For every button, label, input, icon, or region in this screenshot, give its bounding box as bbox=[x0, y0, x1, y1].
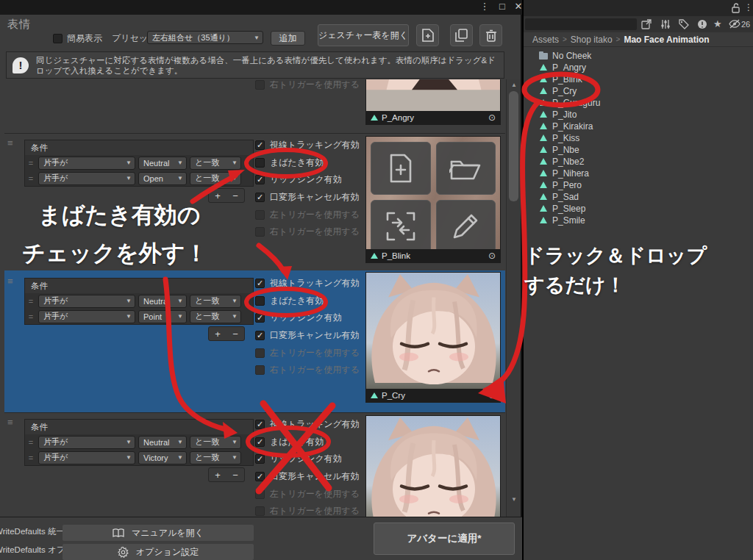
condition-drag-handle[interactable]: = bbox=[26, 438, 35, 447]
edit-animation-button[interactable] bbox=[436, 200, 496, 249]
right-trigger-checkbox[interactable] bbox=[255, 506, 265, 516]
tag-icon[interactable] bbox=[679, 19, 689, 29]
blink-checkbox[interactable] bbox=[255, 158, 265, 168]
lipsync-row[interactable]: ✓リップシンク有効 bbox=[255, 171, 380, 189]
new-animation-button[interactable] bbox=[371, 142, 431, 195]
apply-to-avatar-button[interactable]: アバターに適用* bbox=[374, 523, 515, 555]
lipsync-checkbox[interactable]: ✓ bbox=[255, 313, 265, 323]
project-item[interactable]: P_Jito bbox=[524, 109, 753, 121]
eye-tracking-checkbox[interactable]: ✓ bbox=[255, 279, 265, 288]
eye-tracking-row[interactable]: ✓視線トラッキング有効 bbox=[255, 275, 380, 292]
project-item[interactable]: P_Cry bbox=[524, 85, 753, 97]
left-trigger-checkbox[interactable] bbox=[255, 210, 265, 220]
right-trigger-row[interactable]: 右トリガーを使用する bbox=[255, 79, 360, 94]
right-trigger-checkbox[interactable] bbox=[255, 365, 265, 375]
duplicate-button[interactable] bbox=[450, 24, 473, 46]
project-item[interactable]: P_Kirakira bbox=[524, 121, 753, 132]
lipsync-row[interactable]: ✓リップシンク有効 bbox=[255, 450, 380, 468]
project-item[interactable]: P_Blink bbox=[524, 73, 753, 85]
eye-tracking-checkbox[interactable]: ✓ bbox=[255, 420, 265, 429]
gesture-dropdown[interactable]: Neutral▼ bbox=[138, 295, 187, 308]
right-trigger-checkbox[interactable] bbox=[255, 227, 265, 237]
object-picker-icon[interactable]: ⊙ bbox=[488, 390, 496, 401]
mouth-cancel-row[interactable]: ✓口変形キャンセル有効 bbox=[255, 468, 380, 486]
swap-animation-button[interactable] bbox=[371, 200, 431, 249]
gesture-dropdown[interactable]: Victory▼ bbox=[138, 451, 187, 464]
project-item[interactable]: P_Nihera bbox=[524, 168, 753, 179]
gesture-dropdown[interactable]: Open▼ bbox=[138, 172, 187, 185]
preview-p-cry[interactable]: P_Cry ⊙ bbox=[365, 272, 501, 403]
preset-dropdown[interactable]: 左右組合せ（35通り） ▼ bbox=[147, 31, 263, 44]
scroll-down-icon[interactable]: ▼ bbox=[507, 496, 521, 503]
option-settings-button[interactable]: オプション設定 bbox=[63, 544, 254, 560]
match-dropdown[interactable]: と一致▼ bbox=[190, 451, 241, 464]
object-picker-icon[interactable]: ⊙ bbox=[488, 112, 496, 123]
hand-dropdown[interactable]: 片手が▼ bbox=[38, 157, 135, 170]
scroll-up-icon[interactable]: ▲ bbox=[507, 82, 521, 88]
left-trigger-row[interactable]: 左トリガーを使用する bbox=[255, 485, 380, 503]
mouth-cancel-checkbox[interactable]: ✓ bbox=[255, 193, 265, 202]
hand-dropdown[interactable]: 片手が▼ bbox=[38, 436, 135, 449]
match-dropdown[interactable]: と一致▼ bbox=[190, 436, 241, 449]
condition-drag-handle[interactable]: = bbox=[26, 453, 35, 462]
right-trigger-row[interactable]: 右トリガーを使用する bbox=[255, 223, 380, 241]
left-trigger-row[interactable]: 左トリガーを使用する bbox=[255, 344, 380, 362]
project-item[interactable]: P_Pero bbox=[524, 179, 753, 191]
delete-button[interactable] bbox=[479, 24, 502, 46]
eye-tracking-row[interactable]: ✓視線トラッキング有効 bbox=[255, 137, 380, 154]
remove-condition-button[interactable]: − bbox=[232, 190, 238, 201]
breadcrumb-current-folder[interactable]: Mao Face Animation bbox=[624, 35, 709, 45]
project-item[interactable]: P_Smile bbox=[524, 215, 753, 226]
mouth-cancel-row[interactable]: ✓口変形キャンセル有効 bbox=[255, 189, 380, 207]
condition-drag-handle[interactable]: = bbox=[26, 159, 35, 168]
gesture-dropdown[interactable]: Neutral▼ bbox=[138, 436, 187, 449]
blink-row[interactable]: まばたき有効 bbox=[255, 154, 380, 172]
lipsync-row[interactable]: ✓リップシンク有効 bbox=[255, 309, 380, 327]
open-window-icon[interactable] bbox=[641, 19, 652, 29]
right-trigger-row[interactable]: 右トリガーを使用する bbox=[255, 362, 380, 379]
preview-victory[interactable] bbox=[365, 415, 501, 517]
open-manual-button[interactable]: マニュアルを開く bbox=[63, 525, 254, 541]
mouth-cancel-row[interactable]: ✓口変形キャンセル有効 bbox=[255, 327, 380, 345]
remove-condition-button[interactable]: − bbox=[232, 470, 238, 481]
project-item[interactable]: P_Kiss bbox=[524, 132, 753, 144]
row-drag-handle[interactable]: ≡ bbox=[7, 140, 13, 147]
favorite-star-icon[interactable]: ★ bbox=[713, 18, 722, 29]
left-trigger-row[interactable]: 左トリガーを使用する bbox=[255, 206, 380, 223]
left-trigger-checkbox[interactable] bbox=[255, 489, 265, 499]
simple-view-toggle[interactable]: 簡易表示 bbox=[53, 32, 102, 45]
vertical-scrollbar[interactable]: ▲ ▼ bbox=[506, 79, 521, 517]
match-dropdown[interactable]: と一致▼ bbox=[190, 157, 241, 170]
object-picker-icon[interactable]: ⊙ bbox=[488, 251, 496, 261]
scrollbar-thumb[interactable] bbox=[509, 91, 518, 201]
eye-tracking-row[interactable]: ✓視線トラッキング有効 bbox=[255, 416, 380, 434]
mouth-cancel-checkbox[interactable]: ✓ bbox=[255, 472, 265, 481]
add-condition-button[interactable]: + bbox=[215, 329, 221, 340]
breadcrumb-assets[interactable]: Assets bbox=[532, 35, 559, 45]
row-drag-handle[interactable]: ≡ bbox=[7, 278, 13, 285]
match-dropdown[interactable]: と一致▼ bbox=[190, 172, 241, 185]
preview-p-angry[interactable]: P_Angry ⊙ bbox=[365, 79, 501, 125]
project-item[interactable]: P_Angry bbox=[524, 62, 753, 73]
breadcrumb-shop-itako[interactable]: Shop itako bbox=[571, 35, 613, 45]
hand-dropdown[interactable]: 片手が▼ bbox=[38, 310, 135, 323]
remove-condition-button[interactable]: − bbox=[232, 329, 238, 340]
lipsync-checkbox[interactable]: ✓ bbox=[255, 175, 265, 184]
right-trigger-row[interactable]: 右トリガーを使用する bbox=[255, 503, 380, 517]
project-item[interactable]: P_Sad bbox=[524, 191, 753, 203]
hand-dropdown[interactable]: 片手が▼ bbox=[38, 295, 135, 308]
hidden-eye-icon[interactable] bbox=[729, 19, 740, 29]
project-item[interactable]: P_Sleep bbox=[524, 203, 753, 215]
blink-checkbox[interactable]: ✓ bbox=[255, 437, 265, 447]
blink-row[interactable]: まばたき有効 bbox=[255, 292, 380, 310]
left-trigger-checkbox[interactable] bbox=[255, 348, 265, 358]
lipsync-checkbox[interactable]: ✓ bbox=[255, 454, 265, 464]
hand-dropdown[interactable]: 片手が▼ bbox=[38, 451, 135, 464]
open-gesture-table-button[interactable]: ジェスチャー表を開く bbox=[318, 24, 409, 46]
eye-tracking-checkbox[interactable]: ✓ bbox=[255, 140, 265, 150]
mouth-cancel-checkbox[interactable]: ✓ bbox=[255, 331, 265, 340]
project-item[interactable]: P_Nbe2 bbox=[524, 156, 753, 168]
open-animation-button[interactable] bbox=[436, 142, 496, 195]
gesture-dropdown[interactable]: Neutral▼ bbox=[138, 157, 187, 170]
right-trigger-checkbox[interactable] bbox=[255, 80, 265, 90]
